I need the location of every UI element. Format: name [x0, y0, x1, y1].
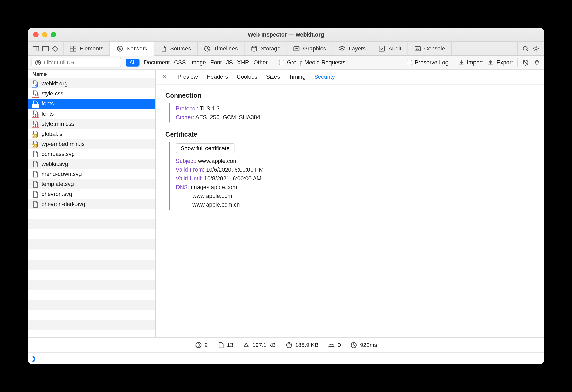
- file-row[interactable]: menu-down.svg: [28, 169, 155, 179]
- checkbox-label: Group Media Requests: [287, 59, 345, 66]
- graphics-icon: [293, 45, 300, 52]
- file-list[interactable]: <>webkit.orgCSSstyle.cssCSSfontsCSSfonts…: [28, 78, 155, 337]
- detail-tab-sizes[interactable]: Sizes: [266, 74, 280, 80]
- connection-heading: Connection: [165, 92, 534, 99]
- network-icon: [117, 45, 123, 52]
- filter-type-document[interactable]: Document: [144, 59, 170, 66]
- file-row[interactable]: JSwp-embed.min.js: [28, 139, 155, 149]
- filter-type-image[interactable]: Image: [190, 59, 206, 66]
- file-name: wp-embed.min.js: [42, 140, 85, 147]
- subject-label: Subject:: [176, 157, 196, 164]
- chevron-right-icon: ❯: [32, 355, 37, 362]
- dock-detach-icon[interactable]: [52, 45, 59, 52]
- status-transferred: 185.9 KB: [285, 341, 318, 348]
- tab-network[interactable]: Network: [110, 42, 154, 56]
- file-name: style.css: [42, 90, 64, 97]
- filter-icon: [35, 59, 42, 66]
- tab-sources[interactable]: Sources: [154, 42, 197, 55]
- file-name: compass.svg: [42, 150, 75, 157]
- file-name: global.js: [42, 130, 62, 137]
- file-row[interactable]: CSSfonts: [28, 109, 155, 119]
- tab-layers[interactable]: Layers: [333, 42, 372, 55]
- connection-block: Protocol: TLS 1.3 Cipher: AES_256_GCM_SH…: [169, 103, 534, 123]
- svg-rect-0: [33, 46, 39, 51]
- subject-value: www.apple.com: [198, 157, 238, 164]
- status-time: 922ms: [351, 341, 377, 348]
- valid-until-value: 10/8/2021, 6:00:00 AM: [204, 175, 261, 182]
- filter-type-all[interactable]: All: [126, 58, 139, 66]
- detail-tab-timing[interactable]: Timing: [289, 74, 306, 80]
- sources-icon: [160, 45, 167, 52]
- file-name: fonts: [42, 100, 54, 107]
- filter-url-input[interactable]: [44, 59, 118, 66]
- empty-row: [28, 320, 155, 330]
- console-prompt-bar[interactable]: ❯: [28, 352, 544, 364]
- clear-icon[interactable]: [533, 59, 540, 66]
- tab-audit[interactable]: Audit: [372, 42, 408, 55]
- dock-right-icon[interactable]: [32, 45, 39, 52]
- detail-tab-cookies[interactable]: Cookies: [237, 74, 257, 80]
- filter-type-xhr[interactable]: XHR: [237, 59, 249, 66]
- empty-row: [28, 310, 155, 320]
- filter-type-other[interactable]: Other: [254, 59, 268, 66]
- empty-row: [28, 229, 155, 239]
- tab-elements[interactable]: Elements: [64, 42, 110, 55]
- tab-storage[interactable]: Storage: [244, 42, 287, 55]
- svg-line-16: [527, 50, 528, 51]
- tab-timelines[interactable]: Timelines: [198, 42, 244, 55]
- protocol-value: TLS 1.3: [200, 105, 220, 112]
- filter-type-font[interactable]: Font: [210, 59, 222, 66]
- detail-tab-headers[interactable]: Headers: [207, 74, 228, 80]
- tab-label: Elements: [80, 45, 103, 52]
- detail-tab-preview[interactable]: Preview: [177, 74, 198, 80]
- file-row[interactable]: chevron-dark.svg: [28, 199, 155, 209]
- file-icon: [32, 191, 39, 198]
- file-row[interactable]: CSSstyle.min.css: [28, 119, 155, 129]
- dns-label: DNS:: [176, 184, 190, 190]
- file-row[interactable]: webkit.svg: [28, 159, 155, 169]
- empty-row: [28, 270, 155, 280]
- valid-until-label: Valid Until:: [176, 175, 203, 182]
- button-label: Import: [467, 59, 483, 66]
- export-button[interactable]: Export: [487, 59, 513, 66]
- file-row[interactable]: template.svg: [28, 179, 155, 189]
- svg-rect-5: [70, 46, 73, 48]
- file-icon: CSS: [32, 110, 39, 117]
- filter-type-css[interactable]: CSS: [174, 59, 186, 66]
- file-icon: [32, 181, 39, 188]
- file-name: fonts: [42, 110, 54, 117]
- close-detail-icon[interactable]: [162, 74, 167, 80]
- audit-icon: [378, 45, 385, 52]
- network-body: Name <>webkit.orgCSSstyle.cssCSSfontsCSS…: [28, 70, 544, 337]
- file-row[interactable]: JSglobal.js: [28, 129, 155, 139]
- filter-url-field[interactable]: [32, 58, 121, 67]
- gear-icon[interactable]: [533, 45, 540, 52]
- file-row[interactable]: <>webkit.org: [28, 78, 155, 88]
- file-row[interactable]: CSSstyle.css: [28, 88, 155, 99]
- detail-tab-security[interactable]: Security: [314, 74, 335, 80]
- file-row[interactable]: CSSfonts: [28, 99, 155, 109]
- file-row[interactable]: compass.svg: [28, 149, 155, 159]
- group-media-checkbox[interactable]: Group Media Requests: [279, 59, 345, 66]
- dock-bottom-icon[interactable]: [42, 45, 49, 52]
- file-row[interactable]: chevron.svg: [28, 189, 155, 199]
- svg-rect-6: [73, 46, 76, 48]
- import-button[interactable]: Import: [458, 59, 483, 66]
- svg-rect-13: [379, 46, 385, 51]
- file-icon: <>: [32, 80, 39, 87]
- status-size: 197.1 KB: [243, 341, 276, 348]
- tab-graphics[interactable]: Graphics: [287, 42, 333, 55]
- preserve-log-checkbox[interactable]: Preserve Log: [407, 59, 449, 66]
- request-detail-panel: PreviewHeadersCookiesSizesTimingSecurity…: [156, 70, 544, 337]
- search-icon[interactable]: [522, 45, 529, 52]
- cipher-label: Cipher:: [176, 114, 194, 120]
- file-icon: CSS: [32, 90, 39, 97]
- show-certificate-button[interactable]: Show full certificate: [176, 143, 235, 153]
- disable-cache-icon[interactable]: [522, 59, 529, 66]
- valid-from-value: 10/6/2020, 6:00:00 PM: [206, 166, 264, 173]
- dns-value: www.apple.com: [192, 192, 232, 199]
- tab-console[interactable]: Console: [408, 42, 451, 55]
- file-icon: CSS: [32, 120, 39, 127]
- filter-type-js[interactable]: JS: [226, 59, 233, 66]
- layers-icon: [339, 45, 346, 52]
